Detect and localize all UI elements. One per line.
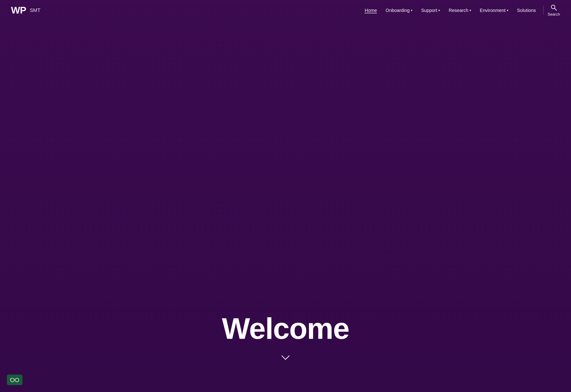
hero-section: WP SMT Home Onboarding ▾ Support ▾ xyxy=(0,0,571,392)
nav-item-support[interactable]: Support ▾ xyxy=(418,6,443,15)
nav-divider xyxy=(543,6,543,15)
search-icon xyxy=(550,4,557,11)
chevron-down-icon xyxy=(280,352,291,363)
nav-links: Home Onboarding ▾ Support ▾ Research ▾ xyxy=(361,6,539,15)
search-label: Search xyxy=(548,12,560,17)
svg-line-30 xyxy=(555,8,556,10)
nav-link-home[interactable]: Home xyxy=(361,6,380,15)
svg-point-32 xyxy=(15,378,19,382)
logo-wp[interactable]: WP xyxy=(11,5,26,15)
hero-content: Welcome xyxy=(0,314,571,364)
nav-item-environment[interactable]: Environment ▾ xyxy=(477,6,511,15)
nav-link-research[interactable]: Research ▾ xyxy=(445,6,474,15)
chevron-down-icon: ▾ xyxy=(469,9,471,12)
badge-icon xyxy=(10,377,19,383)
logo[interactable]: WP SMT xyxy=(11,5,40,15)
chevron-down-icon: ▾ xyxy=(411,9,412,12)
chevron-down-icon: ▾ xyxy=(507,9,508,12)
svg-point-31 xyxy=(11,378,14,382)
nav-item-onboarding[interactable]: Onboarding ▾ xyxy=(382,6,416,15)
nav-item-home[interactable]: Home xyxy=(361,6,380,15)
logo-smt: SMT xyxy=(30,7,40,13)
search-button[interactable]: Search xyxy=(548,4,560,17)
nav-link-environment[interactable]: Environment ▾ xyxy=(477,6,511,15)
bottom-left-badge[interactable] xyxy=(7,375,22,385)
navigation: WP SMT Home Onboarding ▾ Support ▾ xyxy=(0,0,571,21)
nav-link-solutions[interactable]: Solutions xyxy=(514,6,539,15)
scroll-down-button[interactable] xyxy=(280,352,291,364)
chevron-down-icon: ▾ xyxy=(438,9,440,12)
nav-item-solutions[interactable]: Solutions xyxy=(514,6,539,15)
nav-link-onboarding[interactable]: Onboarding ▾ xyxy=(382,6,416,15)
nav-link-support[interactable]: Support ▾ xyxy=(418,6,443,15)
nav-item-research[interactable]: Research ▾ xyxy=(445,6,474,15)
welcome-heading: Welcome xyxy=(222,314,349,343)
